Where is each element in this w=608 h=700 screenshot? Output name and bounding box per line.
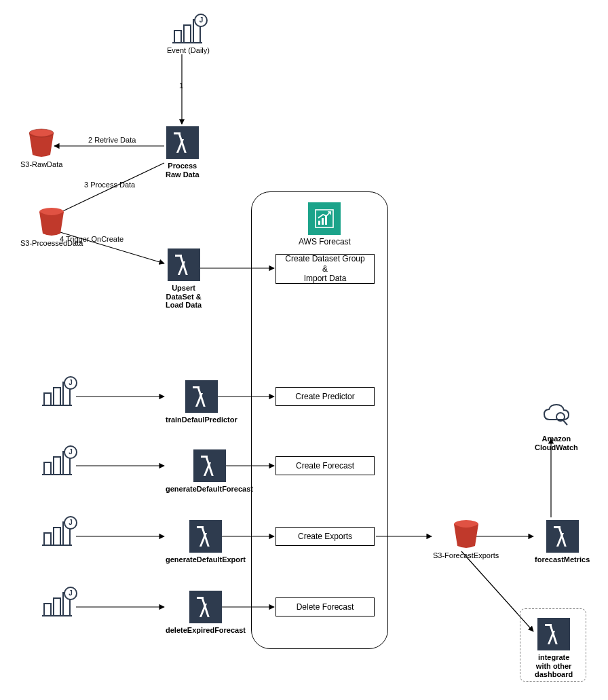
box-create-exports: Create Exports — [276, 527, 375, 546]
box-create-forecast: Create Forecast — [276, 456, 375, 475]
event-delete-expired: J — [42, 589, 73, 616]
amazon-cloudwatch: Amazon CloudWatch — [535, 399, 578, 452]
lambda-icon — [185, 380, 218, 413]
s3-raw-label: S3-RawData — [20, 160, 62, 169]
lambda-train-label: trainDefaulPredictor — [166, 416, 238, 424]
event-gen-forecast: J — [42, 448, 73, 475]
lambda-gen-forecast-label: generateDefaultForecast — [166, 485, 253, 494]
cloudwatch-event-icon: J — [42, 589, 73, 616]
box-create-predictor: Create Predictor — [276, 387, 375, 406]
lambda-upsert-dataset: Upsert DataSet & Load Data — [166, 248, 202, 310]
lambda-upsert-label: Upsert DataSet & Load Data — [166, 284, 202, 310]
aws-forecast-header: AWS Forecast — [299, 202, 351, 247]
lambda-delete-expired-forecast: deleteExpiredForecast — [166, 591, 246, 635]
lambda-icon — [168, 248, 200, 281]
cloudwatch-event-icon: J — [42, 519, 73, 546]
lambda-forecast-metrics: forecastMetrics — [535, 520, 590, 564]
event-train: J — [42, 379, 73, 406]
cloudwatch-event-icon: J — [172, 16, 204, 43]
lambda-forecast-metrics-label: forecastMetrics — [535, 555, 590, 564]
lambda-process-raw-data: Process Raw Data — [166, 126, 200, 179]
cloudwatch-label: Amazon CloudWatch — [535, 435, 578, 452]
lambda-icon — [193, 449, 226, 482]
lambda-delete-expired-label: deleteExpiredForecast — [166, 626, 246, 635]
edge-label-2: 2 Retrive Data — [88, 136, 136, 144]
forecast-icon — [308, 202, 341, 235]
diagram-canvas: J Event (Daily) Process Raw Data S3-RawD… — [0, 0, 608, 700]
lambda-gen-export-label: generateDefaultExport — [166, 555, 246, 564]
svg-rect-22 — [322, 218, 324, 225]
event-gen-export: J — [42, 519, 73, 546]
edge-label-4: 4 Trigger OnCreate — [60, 235, 124, 243]
s3-forecast-exports: S3-ForecastExports — [433, 519, 499, 560]
edge-label-1: 1 — [179, 81, 183, 90]
svg-rect-21 — [318, 221, 320, 225]
cloudwatch-icon — [540, 399, 573, 432]
s3-bucket-icon — [26, 128, 56, 158]
lambda-icon — [189, 591, 222, 623]
lambda-icon — [546, 520, 579, 553]
edge-label-3: 3 Process Data — [84, 181, 135, 189]
svg-line-26 — [563, 420, 567, 425]
s3-bucket-icon — [451, 519, 481, 549]
lambda-generate-default-forecast: generateDefaultForecast — [166, 449, 253, 494]
lambda-icon — [166, 126, 199, 159]
event-daily-label: Event (Daily) — [167, 46, 210, 55]
s3-exports-label: S3-ForecastExports — [433, 551, 499, 560]
lambda-process-raw-label: Process Raw Data — [166, 162, 200, 179]
aws-forecast-title: AWS Forecast — [299, 238, 351, 247]
cloudwatch-event-icon: J — [42, 448, 73, 475]
lambda-integrate-dashboard: integrate with other dashboard — [535, 618, 573, 679]
s3-raw-data: S3-RawData — [20, 128, 62, 169]
lambda-train-default-predictor: trainDefaulPredictor — [166, 380, 238, 424]
lambda-integrate-label: integrate with other dashboard — [535, 653, 573, 679]
lambda-icon — [537, 618, 570, 650]
s3-bucket-icon — [37, 206, 66, 236]
lambda-generate-default-export: generateDefaultExport — [166, 520, 246, 564]
cloudwatch-event-icon: J — [42, 379, 73, 406]
box-create-dataset-group: Create Dataset Group & Import Data — [276, 254, 375, 284]
box-delete-forecast: Delete Forecast — [276, 597, 375, 616]
event-daily-top: J Event (Daily) — [167, 16, 210, 55]
lambda-icon — [189, 520, 222, 553]
svg-rect-23 — [325, 215, 327, 225]
